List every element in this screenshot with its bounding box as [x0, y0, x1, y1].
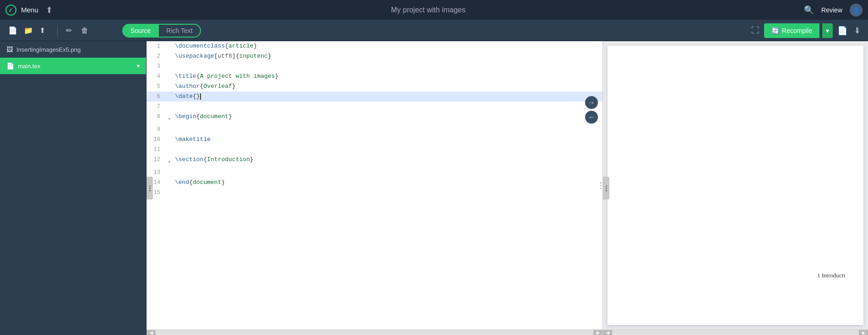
review-button[interactable]: Review — [821, 6, 842, 14]
image-icon: 🖼 — [6, 46, 13, 53]
code-line-7: 7 — [146, 102, 602, 112]
code-line-3: 3 — [146, 61, 602, 71]
preview-collapse-handle[interactable] — [603, 177, 609, 200]
code-line-10: 10 \maketitle — [146, 135, 602, 145]
preview-scroll-right[interactable]: ▶ — [859, 330, 868, 335]
overleaf-logo-icon — [5, 5, 16, 16]
pdf-preview-page: 1 Introducti — [608, 46, 863, 325]
scroll-left-button[interactable]: ◀ — [146, 330, 156, 335]
sidebar-item-image[interactable]: 🖼 InsertingImagesEx5.png — [0, 41, 146, 58]
recompile-dropdown-button[interactable]: ▾ — [822, 23, 833, 38]
upload-icon[interactable]: ⬆ — [46, 5, 53, 15]
sidebar-item-main-tex[interactable]: 📄 main.tex ▾ — [0, 58, 146, 74]
menu-button[interactable]: Menu — [21, 6, 38, 14]
pdf-preview-content — [608, 46, 863, 82]
toolbar: 📄 📁 ⬆ ✏ 🗑 Source Rich Text ⛶ 🔄 Recompile… — [0, 20, 868, 41]
source-tab[interactable]: Source — [122, 24, 159, 38]
fullscreen-icon[interactable]: ⛶ — [749, 24, 761, 37]
editor-area: 1 \documentclass{article} 2 \usepackage[… — [146, 41, 602, 335]
toolbar-right: ⛶ 🔄 Recompile ▾ 📄 ⬇ — [749, 23, 863, 38]
topbar-left: Menu ⬆ — [5, 5, 53, 16]
preview-section-text: 1 Introducti — [817, 272, 845, 279]
chevron-down-icon: ▾ — [137, 63, 140, 69]
code-line-11: 11 — [146, 145, 602, 155]
user-avatar[interactable]: 👤 — [850, 4, 863, 16]
code-line-1: 1 \documentclass{article} — [146, 41, 602, 51]
refresh-icon: 🔄 — [771, 27, 779, 34]
upload-file-icon[interactable]: ⬆ — [37, 24, 48, 37]
document-view-icon[interactable]: 📄 — [835, 24, 849, 38]
recompile-label: Recompile — [782, 27, 812, 34]
main-area: 🖼 InsertingImagesEx5.png 📄 main.tex ▾ 1 … — [0, 41, 868, 335]
scroll-right-button[interactable]: ▶ — [593, 330, 602, 335]
sidebar-collapse-handle[interactable] — [146, 177, 153, 200]
code-line-6: 6 \date{} — [146, 92, 602, 102]
editor-nav-arrows: → ← — [585, 96, 598, 124]
code-line-14: 14 \end{document} — [146, 178, 602, 188]
preview-area: 1 Introducti ◀ ▶ — [602, 41, 868, 335]
sidebar-item-image-label: InsertingImagesEx5.png — [16, 46, 140, 53]
code-line-8: 8 ▾ \begin{document} — [146, 112, 602, 124]
preview-horizontal-scrollbar[interactable]: ◀ ▶ — [603, 330, 868, 335]
download-icon[interactable]: ⬇ — [852, 24, 863, 38]
editor-resize-handle[interactable] — [600, 182, 602, 189]
code-line-9: 9 — [146, 124, 602, 135]
editor-tabs: Source Rich Text — [122, 24, 201, 38]
pencil-icon[interactable]: ✏ — [63, 24, 75, 37]
code-editor[interactable]: 1 \documentclass{article} 2 \usepackage[… — [146, 41, 602, 330]
sidebar-item-main-tex-label: main.tex — [18, 63, 133, 70]
file-icons: 📄 📁 ⬆ — [5, 24, 48, 37]
code-line-4: 4 \title{A project with images} — [146, 71, 602, 81]
toolbar-divider — [57, 25, 58, 36]
new-file-icon[interactable]: 📄 — [5, 24, 20, 37]
editor-content[interactable]: 1 \documentclass{article} 2 \usepackage[… — [146, 41, 602, 330]
richtext-tab[interactable]: Rich Text — [159, 24, 201, 38]
recompile-button[interactable]: 🔄 Recompile — [764, 23, 819, 38]
topbar: Menu ⬆ My project with images 🔍 Review 👤 — [0, 0, 868, 20]
spellcheck-icon: 🔍 — [804, 5, 814, 15]
tex-file-icon: 📄 — [6, 62, 14, 70]
trash-icon[interactable]: 🗑 — [78, 24, 91, 37]
code-line-13: 13 — [146, 168, 602, 178]
new-folder-icon[interactable]: 📁 — [21, 24, 36, 37]
code-line-5: 5 \author{Overleaf} — [146, 81, 602, 92]
svg-point-0 — [6, 5, 16, 15]
project-title: My project with images — [53, 6, 804, 14]
editor-horizontal-scrollbar[interactable]: ◀ ▶ — [146, 330, 602, 335]
code-line-12: 12 ▾ \section{Introduction} — [146, 155, 602, 168]
code-line-2: 2 \usepackage[utf8]{inputenc} — [146, 51, 602, 61]
code-line-15: 15 — [146, 188, 602, 198]
nav-arrow-left[interactable]: ← — [585, 111, 598, 124]
topbar-right: 🔍 Review 👤 — [804, 4, 863, 16]
nav-arrow-right[interactable]: → — [585, 96, 598, 109]
preview-scroll-left[interactable]: ◀ — [603, 330, 612, 335]
sidebar: 🖼 InsertingImagesEx5.png 📄 main.tex ▾ — [0, 41, 146, 335]
